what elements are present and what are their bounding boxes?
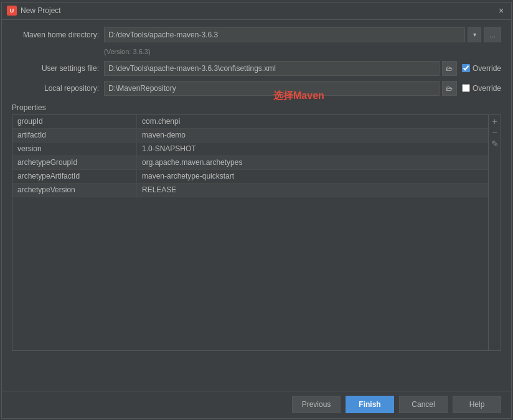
prop-value: com.chenpi — [137, 115, 488, 128]
add-property-button[interactable]: + — [490, 116, 500, 126]
table-row[interactable]: archetypeGroupId org.apache.maven.archet… — [12, 156, 488, 170]
table-row[interactable]: groupId com.chenpi — [12, 115, 488, 129]
close-button[interactable]: × — [496, 6, 506, 16]
previous-button[interactable]: Previous — [292, 396, 341, 413]
properties-label: Properties — [12, 103, 501, 112]
maven-home-row: Maven home directory: ▾ … — [12, 27, 501, 42]
maven-home-dropdown-button[interactable]: ▾ — [468, 27, 481, 42]
cancel-button[interactable]: Cancel — [399, 396, 448, 413]
local-repo-override-group: Override — [462, 84, 501, 93]
user-settings-row: User settings file: 🗁 Override — [12, 61, 501, 76]
local-repo-label: Local repository: — [12, 84, 99, 93]
title-bar: U New Project × — [2, 2, 511, 20]
new-project-dialog: U New Project × Maven home directory: ▾ … — [1, 2, 512, 419]
maven-home-label: Maven home directory: — [12, 30, 99, 39]
user-settings-input[interactable] — [104, 61, 440, 76]
prop-key: archetypeArtifactId — [12, 170, 137, 183]
edit-property-button[interactable]: ✎ — [490, 139, 500, 149]
prop-value: RELEASE — [137, 184, 488, 197]
version-text: (Version: 3.6.3) — [104, 48, 151, 55]
prop-value: maven-demo — [137, 129, 488, 142]
version-row: (Version: 3.6.3) 选择Maven — [12, 47, 501, 56]
table-row[interactable]: archetypeArtifactId maven-archetype-quic… — [12, 170, 488, 184]
dialog-content: Maven home directory: ▾ … (Version: 3.6.… — [2, 20, 511, 391]
prop-value: org.apache.maven.archetypes — [137, 156, 488, 169]
properties-table: groupId com.chenpi artifactId maven-demo… — [12, 114, 501, 351]
properties-sidebar: + − ✎ — [488, 115, 501, 350]
user-settings-label: User settings file: — [12, 64, 99, 73]
app-icon: U — [7, 6, 17, 16]
finish-button[interactable]: Finish — [346, 396, 394, 413]
user-settings-input-group: 🗁 — [104, 61, 457, 76]
help-button[interactable]: Help — [453, 396, 501, 413]
user-settings-browse-button[interactable]: 🗁 — [442, 61, 457, 76]
table-row[interactable]: archetypeVersion RELEASE — [12, 184, 488, 197]
local-repo-override-checkbox[interactable] — [462, 84, 470, 92]
prop-value: maven-archetype-quickstart — [137, 170, 488, 183]
table-row[interactable]: artifactId maven-demo — [12, 129, 488, 142]
dialog-footer: Previous Finish Cancel Help — [2, 391, 511, 418]
maven-home-browse-button[interactable]: … — [484, 27, 501, 42]
user-settings-override-label[interactable]: Override — [462, 64, 501, 73]
local-repo-browse-button[interactable]: 🗁 — [442, 81, 457, 96]
local-repo-input[interactable] — [104, 81, 440, 96]
remove-property-button[interactable]: − — [490, 128, 500, 138]
prop-key: version — [12, 142, 137, 156]
prop-key: artifactId — [12, 129, 137, 142]
annotation-text: 选择Maven — [273, 90, 324, 103]
properties-section: Properties groupId com.chenpi artifactId… — [12, 103, 501, 351]
local-repo-row: Local repository: 🗁 Override — [12, 81, 501, 96]
prop-key: archetypeVersion — [12, 184, 137, 197]
table-row[interactable]: version 1.0-SNAPSHOT — [12, 142, 488, 156]
local-repo-override-label[interactable]: Override — [462, 84, 501, 93]
maven-home-input[interactable] — [104, 27, 465, 42]
dialog-title: New Project — [21, 6, 496, 15]
user-settings-override-checkbox[interactable] — [462, 64, 470, 72]
prop-key: groupId — [12, 115, 137, 128]
maven-home-input-group: ▾ … — [104, 27, 501, 42]
properties-list: groupId com.chenpi artifactId maven-demo… — [12, 115, 488, 350]
prop-key: archetypeGroupId — [12, 156, 137, 169]
prop-value: 1.0-SNAPSHOT — [137, 142, 488, 156]
user-settings-override-group: Override — [462, 64, 501, 73]
